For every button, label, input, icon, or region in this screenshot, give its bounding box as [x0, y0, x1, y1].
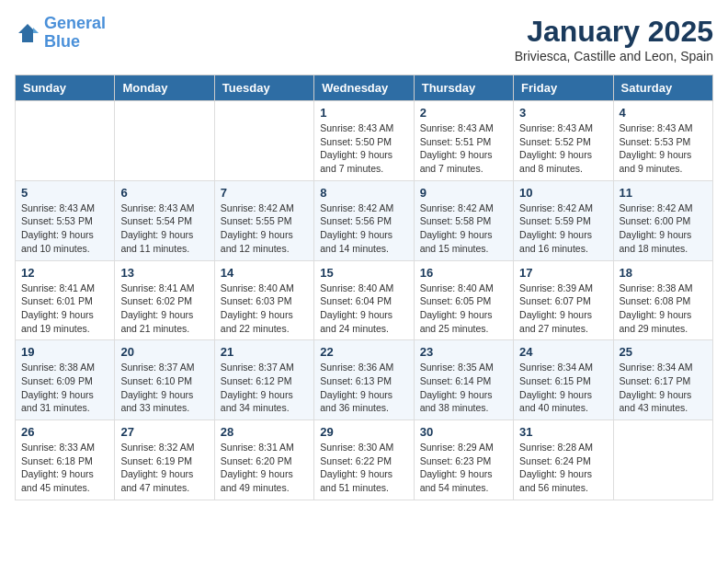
- day-info: Sunrise: 8:36 AMSunset: 6:13 PMDaylight:…: [320, 361, 407, 415]
- day-number: 14: [221, 266, 308, 280]
- day-number: 17: [519, 266, 607, 280]
- day-info: Sunrise: 8:43 AMSunset: 5:54 PMDaylight:…: [120, 201, 208, 256]
- day-number: 20: [120, 345, 208, 359]
- day-info: Sunrise: 8:31 AMSunset: 6:20 PMDaylight:…: [221, 441, 308, 495]
- calendar-cell: 12Sunrise: 8:41 AMSunset: 6:01 PMDayligh…: [16, 260, 115, 340]
- calendar-cell: 22Sunrise: 8:36 AMSunset: 6:13 PMDayligh…: [314, 340, 414, 420]
- day-info: Sunrise: 8:42 AMSunset: 5:56 PMDaylight:…: [320, 201, 407, 256]
- day-number: 3: [519, 106, 607, 120]
- day-info: Sunrise: 8:42 AMSunset: 6:00 PMDaylight:…: [620, 201, 707, 256]
- weekday-header-friday: Friday: [514, 75, 613, 101]
- page-header: General Blue January 2025 Briviesca, Cas…: [15, 15, 713, 63]
- location-subtitle: Briviesca, Castille and Leon, Spain: [515, 49, 713, 63]
- day-number: 19: [21, 345, 108, 359]
- calendar-cell: 10Sunrise: 8:42 AMSunset: 5:59 PMDayligh…: [514, 180, 613, 260]
- calendar-cell: 6Sunrise: 8:43 AMSunset: 5:54 PMDaylight…: [115, 180, 214, 260]
- calendar-cell: 28Sunrise: 8:31 AMSunset: 6:20 PMDayligh…: [214, 420, 313, 500]
- weekday-header-saturday: Saturday: [613, 75, 712, 101]
- day-info: Sunrise: 8:35 AMSunset: 6:14 PMDaylight:…: [420, 361, 507, 415]
- day-number: 29: [320, 425, 407, 439]
- day-info: Sunrise: 8:42 AMSunset: 5:55 PMDaylight:…: [221, 201, 308, 256]
- day-number: 7: [221, 186, 308, 200]
- calendar-cell: 3Sunrise: 8:43 AMSunset: 5:52 PMDaylight…: [514, 101, 613, 181]
- calendar-cell: 8Sunrise: 8:42 AMSunset: 5:56 PMDaylight…: [314, 180, 414, 260]
- day-info: Sunrise: 8:33 AMSunset: 6:18 PMDaylight:…: [21, 441, 108, 495]
- day-info: Sunrise: 8:40 AMSunset: 6:05 PMDaylight:…: [420, 282, 507, 336]
- week-row-4: 19Sunrise: 8:38 AMSunset: 6:09 PMDayligh…: [16, 340, 713, 420]
- calendar-cell: 24Sunrise: 8:34 AMSunset: 6:15 PMDayligh…: [514, 340, 613, 420]
- calendar-cell: 20Sunrise: 8:37 AMSunset: 6:10 PMDayligh…: [115, 340, 214, 420]
- day-number: 9: [420, 186, 507, 200]
- weekday-header-tuesday: Tuesday: [214, 75, 313, 101]
- day-number: 23: [420, 345, 507, 359]
- day-info: Sunrise: 8:39 AMSunset: 6:07 PMDaylight:…: [519, 282, 607, 336]
- week-row-2: 5Sunrise: 8:43 AMSunset: 5:53 PMDaylight…: [16, 180, 713, 260]
- day-number: 25: [620, 345, 707, 359]
- day-number: 6: [120, 186, 208, 200]
- day-info: Sunrise: 8:43 AMSunset: 5:53 PMDaylight:…: [21, 201, 108, 256]
- logo: General Blue: [15, 15, 106, 52]
- week-row-1: 1Sunrise: 8:43 AMSunset: 5:50 PMDaylight…: [16, 101, 713, 181]
- day-info: Sunrise: 8:34 AMSunset: 6:17 PMDaylight:…: [620, 361, 707, 415]
- day-info: Sunrise: 8:37 AMSunset: 6:12 PMDaylight:…: [221, 361, 308, 415]
- calendar-cell: 14Sunrise: 8:40 AMSunset: 6:03 PMDayligh…: [214, 260, 313, 340]
- calendar-cell: 1Sunrise: 8:43 AMSunset: 5:50 PMDaylight…: [314, 101, 414, 181]
- calendar-cell: 18Sunrise: 8:38 AMSunset: 6:08 PMDayligh…: [613, 260, 712, 340]
- logo-line2: Blue: [44, 32, 80, 51]
- weekday-header-wednesday: Wednesday: [314, 75, 414, 101]
- weekday-header-sunday: Sunday: [16, 75, 115, 101]
- day-number: 26: [21, 425, 108, 439]
- day-number: 2: [420, 106, 507, 120]
- weekday-header-thursday: Thursday: [414, 75, 513, 101]
- month-title: January 2025: [515, 15, 713, 49]
- day-info: Sunrise: 8:41 AMSunset: 6:01 PMDaylight:…: [21, 282, 108, 336]
- calendar-cell: 4Sunrise: 8:43 AMSunset: 5:53 PMDaylight…: [613, 101, 712, 181]
- day-info: Sunrise: 8:43 AMSunset: 5:53 PMDaylight:…: [620, 121, 707, 176]
- calendar-cell: 19Sunrise: 8:38 AMSunset: 6:09 PMDayligh…: [16, 340, 115, 420]
- calendar-cell: 25Sunrise: 8:34 AMSunset: 6:17 PMDayligh…: [613, 340, 712, 420]
- day-number: 1: [320, 106, 407, 120]
- calendar-table: SundayMondayTuesdayWednesdayThursdayFrid…: [15, 75, 713, 500]
- day-info: Sunrise: 8:40 AMSunset: 6:04 PMDaylight:…: [320, 282, 407, 336]
- day-info: Sunrise: 8:42 AMSunset: 5:59 PMDaylight:…: [519, 201, 607, 256]
- day-number: 13: [120, 266, 208, 280]
- day-number: 30: [420, 425, 507, 439]
- week-row-5: 26Sunrise: 8:33 AMSunset: 6:18 PMDayligh…: [16, 420, 713, 500]
- calendar-cell: 5Sunrise: 8:43 AMSunset: 5:53 PMDaylight…: [16, 180, 115, 260]
- day-info: Sunrise: 8:40 AMSunset: 6:03 PMDaylight:…: [221, 282, 308, 336]
- day-number: 10: [519, 186, 607, 200]
- day-number: 27: [120, 425, 208, 439]
- calendar-cell: 7Sunrise: 8:42 AMSunset: 5:55 PMDaylight…: [214, 180, 313, 260]
- day-info: Sunrise: 8:37 AMSunset: 6:10 PMDaylight:…: [120, 361, 208, 415]
- day-info: Sunrise: 8:28 AMSunset: 6:24 PMDaylight:…: [519, 441, 607, 495]
- day-number: 28: [221, 425, 308, 439]
- calendar-cell: [613, 420, 712, 500]
- day-number: 15: [320, 266, 407, 280]
- day-number: 31: [519, 425, 607, 439]
- calendar-cell: 11Sunrise: 8:42 AMSunset: 6:00 PMDayligh…: [613, 180, 712, 260]
- day-number: 24: [519, 345, 607, 359]
- day-info: Sunrise: 8:32 AMSunset: 6:19 PMDaylight:…: [120, 441, 208, 495]
- day-info: Sunrise: 8:30 AMSunset: 6:22 PMDaylight:…: [320, 441, 407, 495]
- day-number: 8: [320, 186, 407, 200]
- calendar-cell: 17Sunrise: 8:39 AMSunset: 6:07 PMDayligh…: [514, 260, 613, 340]
- logo-icon: [15, 20, 40, 46]
- calendar-cell: [214, 101, 313, 181]
- day-info: Sunrise: 8:42 AMSunset: 5:58 PMDaylight:…: [420, 201, 507, 256]
- day-number: 21: [221, 345, 308, 359]
- calendar-cell: 23Sunrise: 8:35 AMSunset: 6:14 PMDayligh…: [414, 340, 513, 420]
- day-info: Sunrise: 8:34 AMSunset: 6:15 PMDaylight:…: [519, 361, 607, 415]
- day-info: Sunrise: 8:38 AMSunset: 6:08 PMDaylight:…: [620, 282, 707, 336]
- day-number: 16: [420, 266, 507, 280]
- day-info: Sunrise: 8:43 AMSunset: 5:51 PMDaylight:…: [420, 121, 507, 176]
- calendar-cell: 30Sunrise: 8:29 AMSunset: 6:23 PMDayligh…: [414, 420, 513, 500]
- calendar-cell: 27Sunrise: 8:32 AMSunset: 6:19 PMDayligh…: [115, 420, 214, 500]
- day-number: 22: [320, 345, 407, 359]
- calendar-cell: 2Sunrise: 8:43 AMSunset: 5:51 PMDaylight…: [414, 101, 513, 181]
- title-section: January 2025 Briviesca, Castille and Leo…: [515, 15, 713, 63]
- day-info: Sunrise: 8:41 AMSunset: 6:02 PMDaylight:…: [120, 282, 208, 336]
- day-info: Sunrise: 8:29 AMSunset: 6:23 PMDaylight:…: [420, 441, 507, 495]
- calendar-cell: 15Sunrise: 8:40 AMSunset: 6:04 PMDayligh…: [314, 260, 414, 340]
- calendar-cell: 26Sunrise: 8:33 AMSunset: 6:18 PMDayligh…: [16, 420, 115, 500]
- calendar-cell: 13Sunrise: 8:41 AMSunset: 6:02 PMDayligh…: [115, 260, 214, 340]
